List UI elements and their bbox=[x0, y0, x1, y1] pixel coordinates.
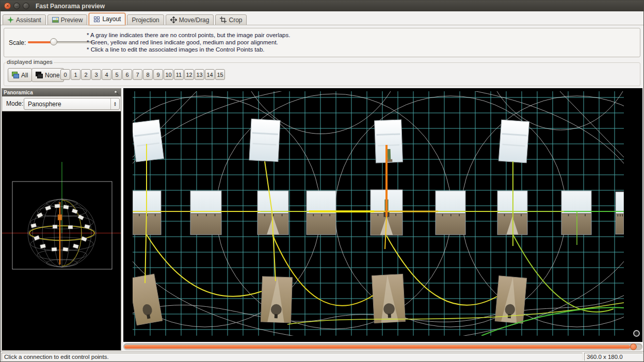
tab-label: Preview bbox=[61, 17, 83, 24]
image-toggle-button-5[interactable]: 5 bbox=[112, 69, 122, 80]
tab-projection[interactable]: Projection bbox=[127, 14, 164, 25]
move-drag-icon bbox=[170, 17, 177, 23]
tab-move-drag[interactable]: Move/Drag bbox=[166, 14, 214, 25]
window-minimize-button[interactable]: – bbox=[13, 3, 20, 9]
connection-line[interactable] bbox=[147, 235, 262, 297]
mode-combobox[interactable]: Panosphere ▲▼ bbox=[24, 98, 120, 110]
window-maximize-button[interactable]: ▫ bbox=[23, 3, 29, 9]
tab-label: Crop bbox=[229, 17, 242, 24]
notebook-divider bbox=[1, 25, 644, 25]
window-title: Fast Panorama preview bbox=[36, 3, 105, 10]
panel-title: Panoramica bbox=[4, 90, 33, 95]
image-toggle-button-12[interactable]: 12 bbox=[184, 69, 194, 80]
tab-crop[interactable]: Crop bbox=[215, 14, 247, 25]
pano-image-thumbnail[interactable] bbox=[561, 191, 591, 235]
mode-combobox-value: Panosphere bbox=[24, 101, 110, 108]
panosphere-panel: Panoramica Mode: Panosphere ▲▼ bbox=[2, 88, 121, 351]
tab-assistant[interactable]: Assistant bbox=[3, 14, 46, 25]
layout-help-notes: * A gray line indicates there are no con… bbox=[87, 31, 290, 53]
tab-label: Assistant bbox=[16, 17, 41, 24]
image-toggle-button-15[interactable]: 15 bbox=[215, 69, 225, 80]
image-toggle-button-4[interactable]: 4 bbox=[102, 69, 111, 80]
image-number-buttons: 0123456789101112131415 bbox=[60, 69, 225, 80]
connection-line[interactable] bbox=[513, 235, 614, 312]
scale-slider-handle[interactable] bbox=[50, 38, 57, 45]
layout-info-box: Scale: * A gray line indicates there are… bbox=[4, 28, 640, 57]
pano-image-thumbnail[interactable] bbox=[436, 191, 465, 235]
tab-label: Move/Drag bbox=[179, 17, 210, 24]
none-images-icon bbox=[36, 72, 43, 78]
image-toggle-button-13[interactable]: 13 bbox=[195, 69, 204, 80]
pano-image-thumbnail[interactable] bbox=[133, 274, 163, 325]
image-toggle-button-14[interactable]: 14 bbox=[205, 69, 215, 80]
pano-image-thumbnail[interactable] bbox=[249, 119, 280, 162]
crop-icon bbox=[220, 17, 227, 23]
none-button-label: None bbox=[45, 72, 60, 79]
image-toggle-button-3[interactable]: 3 bbox=[91, 69, 101, 80]
window-titlebar: ✕ – ▫ Fast Panorama preview bbox=[1, 1, 643, 11]
image-toggle-button-9[interactable]: 9 bbox=[153, 69, 163, 80]
image-toggle-button-11[interactable]: 11 bbox=[174, 69, 184, 80]
horizontal-scrollbar-knob[interactable] bbox=[630, 343, 637, 350]
image-toggle-button-6[interactable]: 6 bbox=[122, 69, 132, 80]
note-gray-line: * A gray line indicates there are no con… bbox=[87, 31, 290, 39]
layout-icon bbox=[93, 16, 100, 23]
pano-image-thumbnail[interactable] bbox=[133, 120, 164, 162]
layout-canvas-svg bbox=[133, 91, 624, 336]
panosphere-panel-header: Panoramica bbox=[2, 89, 121, 96]
status-bar: Click a connection to edit control point… bbox=[1, 351, 643, 362]
pano-image-thumbnail[interactable] bbox=[372, 274, 406, 323]
preview-icon bbox=[52, 17, 59, 23]
assistant-icon bbox=[7, 17, 14, 23]
combobox-spinner-icon[interactable]: ▲▼ bbox=[110, 98, 119, 109]
pano-image-thumbnail[interactable] bbox=[307, 191, 336, 235]
tab-preview[interactable]: Preview bbox=[47, 14, 88, 25]
image-toggle-button-1[interactable]: 1 bbox=[71, 69, 81, 80]
horizontal-scrollbar-thumb[interactable] bbox=[124, 345, 630, 349]
tab-bar: AssistantPreviewLayoutProjectionMove/Dra… bbox=[3, 12, 247, 25]
note-line-colors: * Green, yellow and red lines indicate g… bbox=[87, 39, 290, 46]
status-message: Click a connection to edit control point… bbox=[2, 353, 583, 361]
layout-preview-canvas[interactable] bbox=[123, 88, 642, 342]
canvas-scroll-knob[interactable] bbox=[633, 330, 640, 337]
show-all-images-button[interactable]: All bbox=[8, 68, 32, 82]
status-pano-size: 360.0 x 180.0 bbox=[584, 353, 643, 361]
image-thumbnails bbox=[133, 119, 624, 325]
mode-row: Mode: Panosphere ▲▼ bbox=[2, 96, 121, 111]
all-button-label: All bbox=[21, 72, 28, 79]
panosphere-preview-area[interactable] bbox=[2, 111, 121, 350]
scale-slider[interactable] bbox=[28, 38, 93, 46]
tab-label: Projection bbox=[132, 17, 159, 24]
mode-label: Mode: bbox=[6, 100, 23, 107]
window-close-button[interactable]: ✕ bbox=[4, 3, 11, 9]
image-toggle-button-7[interactable]: 7 bbox=[133, 69, 142, 80]
pano-image-thumbnail[interactable] bbox=[375, 120, 403, 163]
selected-sphere-thumb bbox=[58, 215, 62, 220]
scale-label: Scale: bbox=[9, 39, 26, 46]
image-toggle-button-10[interactable]: 10 bbox=[164, 69, 173, 80]
pano-image-thumbnail[interactable] bbox=[261, 276, 292, 323]
all-images-icon bbox=[12, 72, 19, 78]
pano-image-thumbnail[interactable] bbox=[498, 120, 529, 163]
pano-image-thumbnail[interactable] bbox=[190, 191, 221, 235]
image-toggle-button-0[interactable]: 0 bbox=[60, 69, 70, 80]
note-click-line: * Click a line to edit the associated im… bbox=[87, 46, 290, 53]
pano-image-thumbnail[interactable] bbox=[616, 192, 624, 234]
panosphere-preview bbox=[2, 111, 121, 350]
image-toggle-button-8[interactable]: 8 bbox=[143, 69, 153, 80]
tab-layout[interactable]: Layout bbox=[89, 13, 125, 25]
tab-label: Layout bbox=[102, 15, 121, 23]
pin-icon[interactable] bbox=[114, 90, 119, 95]
show-none-images-button[interactable]: None bbox=[31, 68, 64, 82]
image-toggle-button-2[interactable]: 2 bbox=[81, 69, 91, 80]
fast-panorama-preview-window: ✕ – ▫ Fast Panorama preview AssistantPre… bbox=[0, 0, 644, 362]
displayed-images-label: displayed images bbox=[6, 59, 54, 65]
horizontal-scrollbar[interactable] bbox=[123, 343, 642, 350]
